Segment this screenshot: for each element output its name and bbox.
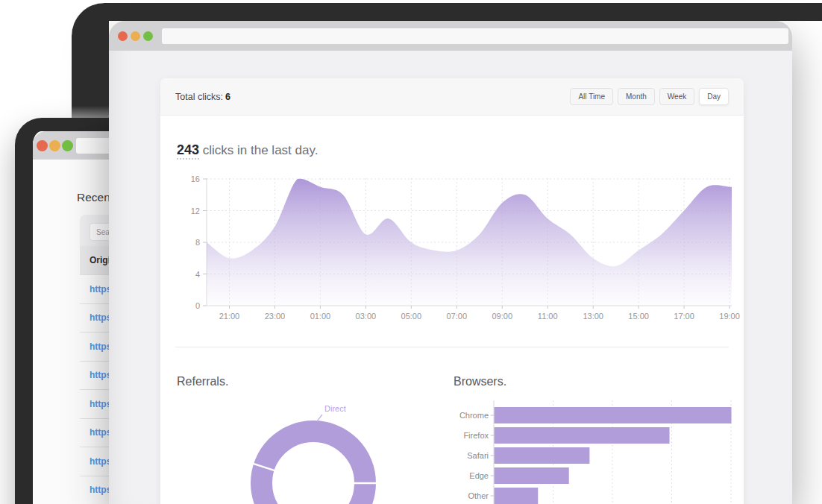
address-bar[interactable]	[162, 28, 788, 44]
minimize-button[interactable]	[131, 31, 140, 41]
donut-slice-label-direct: Direct	[324, 404, 346, 413]
referrals-title: Referrals.	[177, 375, 228, 388]
bar-label-edge: Edge	[469, 471, 489, 480]
svg-text:19:00: 19:00	[719, 312, 740, 321]
svg-text:13:00: 13:00	[583, 312, 603, 321]
svg-text:23:00: 23:00	[265, 312, 286, 321]
svg-text:17:00: 17:00	[674, 312, 694, 321]
close-button[interactable]	[37, 140, 48, 151]
browsers-bar-chart: ChromeFirefoxSafariEdgeOther	[448, 390, 744, 504]
total-clicks-label: Total clicks:	[175, 92, 223, 102]
range-button-all-time[interactable]: All Time	[570, 88, 613, 105]
range-button-month[interactable]: Month	[618, 88, 655, 105]
referrals-donut-chart: Direct	[235, 395, 399, 504]
svg-text:12: 12	[191, 207, 200, 215]
svg-text:07:00: 07:00	[447, 312, 468, 321]
section-divider	[175, 347, 729, 347]
front-titlebar	[109, 21, 792, 51]
bar-safari	[495, 447, 590, 464]
svg-text:4: 4	[195, 270, 200, 279]
time-range-buttons: All TimeMonthWeekDay	[570, 88, 729, 105]
donut-ring	[262, 432, 365, 504]
svg-text:01:00: 01:00	[310, 312, 331, 321]
svg-text:0: 0	[195, 301, 200, 310]
bar-label-other: Other	[468, 491, 489, 500]
bar-label-chrome: Chrome	[459, 411, 489, 420]
stats-bar: Total clicks:6 All TimeMonthWeekDay	[160, 78, 744, 116]
svg-text:03:00: 03:00	[356, 312, 377, 321]
close-button[interactable]	[118, 31, 128, 41]
svg-text:09:00: 09:00	[492, 312, 512, 321]
clicks-headline: 243 clicks in the last day.	[177, 142, 318, 158]
bar-label-firefox: Firefox	[463, 431, 489, 440]
svg-text:15:00: 15:00	[628, 312, 649, 321]
svg-text:16: 16	[191, 175, 200, 183]
analytics-card: Total clicks:6 All TimeMonthWeekDay 243 …	[160, 78, 744, 504]
minimize-button[interactable]	[49, 140, 60, 151]
svg-text:8: 8	[195, 238, 200, 247]
total-clicks: Total clicks:6	[175, 92, 570, 102]
browsers-title: Browsers.	[454, 375, 506, 388]
range-button-week[interactable]: Week	[659, 88, 694, 105]
svg-text:11:00: 11:00	[538, 312, 558, 321]
svg-text:21:00: 21:00	[219, 312, 240, 321]
bar-other	[495, 488, 539, 504]
maximize-button[interactable]	[143, 31, 153, 41]
recent-links-heading: Recent	[77, 191, 113, 204]
clicks-area-chart: 048121621:0023:0001:0003:0005:0007:0009:…	[160, 175, 744, 328]
bar-firefox	[495, 427, 670, 444]
front-browser-window: Total clicks:6 All TimeMonthWeekDay 243 …	[109, 21, 792, 504]
bar-label-safari: Safari	[467, 451, 489, 460]
clicks-headline-suffix: clicks in the last day.	[199, 143, 318, 157]
range-button-day[interactable]: Day	[699, 88, 729, 105]
clicks-count: 243	[177, 142, 199, 160]
bar-edge	[495, 467, 569, 484]
maximize-button[interactable]	[62, 140, 73, 151]
bar-chrome	[495, 407, 732, 423]
total-clicks-value: 6	[225, 92, 230, 102]
svg-text:05:00: 05:00	[401, 312, 422, 321]
